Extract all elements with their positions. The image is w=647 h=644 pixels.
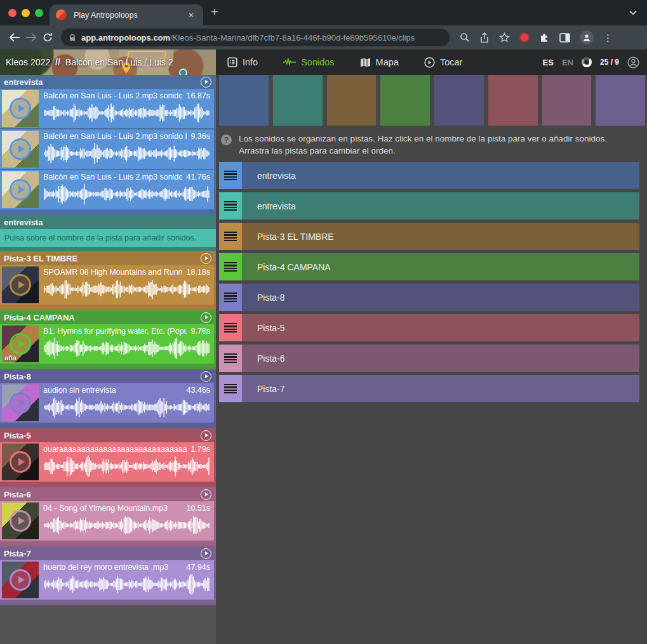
track-section-header[interactable]: entrevista bbox=[0, 75, 216, 89]
track-swatch[interactable] bbox=[219, 75, 269, 126]
url-bar[interactable]: app.antropoloops.com/Kleos-Santa-Marina/… bbox=[61, 29, 450, 46]
clip-play-icon[interactable] bbox=[10, 98, 31, 119]
track-play-icon[interactable] bbox=[201, 548, 211, 559]
track-drag-handle[interactable] bbox=[219, 375, 242, 402]
track-row-body[interactable]: Pista-6 bbox=[242, 345, 639, 372]
audio-clip[interactable]: huerto del rey moro entrevista .mp3 47.9… bbox=[0, 560, 214, 600]
audio-clip[interactable]: ouaraaaaaaaaaaaaaaaaaaaaaaaaaaaaaaaaaaaa… bbox=[0, 442, 214, 482]
audio-clip[interactable]: aña B1. Hymns for purifying water, Etc. … bbox=[0, 324, 214, 364]
nav-item-tocar[interactable]: Tocar bbox=[424, 57, 462, 68]
breadcrumb-separator: // bbox=[55, 57, 60, 67]
tab-close-icon[interactable]: ✕ bbox=[185, 10, 197, 21]
track-swatch[interactable] bbox=[488, 75, 538, 126]
clip-play-icon[interactable] bbox=[10, 138, 31, 160]
track-section-header[interactable]: Pista-4 CAMPANA bbox=[0, 310, 216, 324]
track-drag-handle[interactable] bbox=[219, 314, 242, 341]
track-row-body[interactable]: Pista-8 bbox=[242, 284, 639, 311]
audio-clip[interactable]: audion sin entrevista 43.46s bbox=[0, 383, 214, 423]
minimize-window-button[interactable] bbox=[22, 9, 30, 17]
audio-clip[interactable]: Balcón en San Luis - Luis 2.mp3 sonido h… bbox=[0, 170, 214, 209]
record-indicator-icon[interactable] bbox=[519, 32, 530, 43]
account-icon[interactable] bbox=[627, 56, 639, 69]
track-row-label: Pista-6 bbox=[257, 353, 285, 364]
track-swatch[interactable] bbox=[380, 75, 430, 126]
forward-button[interactable] bbox=[23, 29, 39, 46]
menu-kebab-icon[interactable]: ⋮ bbox=[603, 33, 613, 43]
track-swatch[interactable] bbox=[434, 75, 484, 126]
clip-play-icon[interactable] bbox=[10, 451, 31, 473]
audio-clip[interactable]: Balcón en San Luis - Luis 2.mp3 sonido h… bbox=[0, 129, 214, 169]
track-drag-handle[interactable] bbox=[219, 345, 242, 372]
track-drag-handle[interactable] bbox=[219, 284, 242, 311]
track-row-body[interactable]: Pista-5 bbox=[242, 314, 639, 341]
new-tab-button[interactable]: + bbox=[211, 5, 218, 19]
close-window-button[interactable] bbox=[8, 9, 17, 17]
lang-es[interactable]: ES bbox=[543, 58, 554, 67]
audio-clip[interactable]: Balcón en San Luis - Luis 2.mp3 sonido h… bbox=[0, 89, 214, 128]
audio-clip[interactable]: SPOAMR 08 High Mountains and Running ...… bbox=[0, 265, 214, 305]
nav-item-mapa[interactable]: Mapa bbox=[360, 57, 399, 67]
maximize-window-button[interactable] bbox=[35, 9, 43, 17]
side-panel-icon[interactable] bbox=[559, 33, 570, 43]
share-icon[interactable] bbox=[479, 32, 490, 43]
clip-duration: 10.51s bbox=[186, 504, 210, 513]
refresh-button[interactable] bbox=[39, 29, 56, 46]
track-section-header[interactable]: Pista-8 bbox=[0, 369, 216, 383]
track-play-icon[interactable] bbox=[201, 253, 211, 264]
extensions-puzzle-icon[interactable] bbox=[539, 32, 550, 43]
breadcrumb-project[interactable]: Kleos 2022 bbox=[6, 57, 50, 67]
track-swatch[interactable] bbox=[327, 75, 377, 126]
track-drag-handle[interactable] bbox=[219, 223, 242, 250]
browser-window: Play Antropoloops ✕ + app.antropoloops.c… bbox=[0, 0, 647, 49]
track-play-icon[interactable] bbox=[201, 430, 211, 441]
nav-item-info[interactable]: Info bbox=[227, 57, 258, 67]
clip-play-icon[interactable] bbox=[10, 179, 31, 200]
clip-duration: 41.76s bbox=[186, 173, 210, 181]
track-drag-handle[interactable] bbox=[219, 162, 242, 189]
clip-thumbnail bbox=[2, 90, 39, 127]
back-button[interactable] bbox=[6, 29, 23, 46]
sidebar-track-section: entrevista Pulsa sobre el nombre de la p… bbox=[0, 215, 216, 251]
clip-play-icon[interactable] bbox=[10, 510, 31, 532]
bookmark-star-icon[interactable] bbox=[499, 32, 510, 43]
track-drag-handle[interactable] bbox=[219, 192, 242, 220]
clip-play-icon[interactable] bbox=[10, 333, 31, 355]
track-swatch[interactable] bbox=[273, 75, 323, 126]
track-swatch[interactable] bbox=[542, 75, 592, 126]
clip-duration: 18.18s bbox=[186, 268, 210, 277]
clip-title: SPOAMR 08 High Mountains and Running ... bbox=[43, 268, 182, 277]
track-play-icon[interactable] bbox=[201, 77, 211, 88]
clip-play-icon[interactable] bbox=[10, 274, 31, 296]
track-row-body[interactable]: Pista-4 CAMPANA bbox=[242, 253, 639, 280]
track-section-header[interactable]: Pista-6 bbox=[0, 487, 216, 501]
clip-thumbnail bbox=[2, 562, 39, 598]
track-name: Pista-3 EL TIMBRE bbox=[4, 254, 77, 263]
track-section-header[interactable]: Pista-3 EL TIMBRE bbox=[0, 251, 216, 265]
browser-tab[interactable]: Play Antropoloops ✕ bbox=[50, 4, 203, 25]
profile-avatar[interactable] bbox=[580, 30, 594, 44]
clip-play-icon[interactable] bbox=[10, 392, 31, 414]
track-play-icon[interactable] bbox=[201, 489, 211, 500]
drag-handle-icon bbox=[224, 171, 237, 180]
lang-en[interactable]: EN bbox=[562, 58, 573, 67]
track-row-body[interactable]: Pista-7 bbox=[242, 375, 639, 402]
track-section-header[interactable]: Pista-5 bbox=[0, 428, 216, 442]
track-row-label: Pista-7 bbox=[257, 384, 285, 394]
track-row-body[interactable]: entrevista bbox=[242, 192, 639, 220]
track-section-header[interactable]: entrevista bbox=[0, 215, 216, 229]
nav-item-sonidos[interactable]: Sonidos bbox=[283, 57, 334, 67]
clip-play-icon[interactable] bbox=[10, 569, 31, 591]
track-row-body[interactable]: Pista-3 EL TIMBRE bbox=[242, 223, 639, 250]
track-row: entrevista bbox=[219, 192, 639, 220]
track-play-icon[interactable] bbox=[201, 312, 211, 323]
tab-search-chevron-icon[interactable] bbox=[629, 10, 637, 15]
track-row: Pista-4 CAMPANA bbox=[219, 253, 639, 280]
audio-clip[interactable]: 04 - Song of Yimeng Mountain.mp3 10.51s bbox=[0, 501, 214, 541]
track-row-body[interactable]: entrevista bbox=[242, 162, 639, 189]
zoom-icon[interactable] bbox=[460, 32, 470, 43]
track-play-icon[interactable] bbox=[201, 371, 211, 382]
clip-title: Balcón en San Luis - Luis 2.mp3 sonido h… bbox=[43, 173, 182, 181]
track-swatch[interactable] bbox=[596, 75, 645, 126]
track-drag-handle[interactable] bbox=[219, 253, 242, 280]
track-section-header[interactable]: Pista-7 bbox=[0, 546, 216, 560]
